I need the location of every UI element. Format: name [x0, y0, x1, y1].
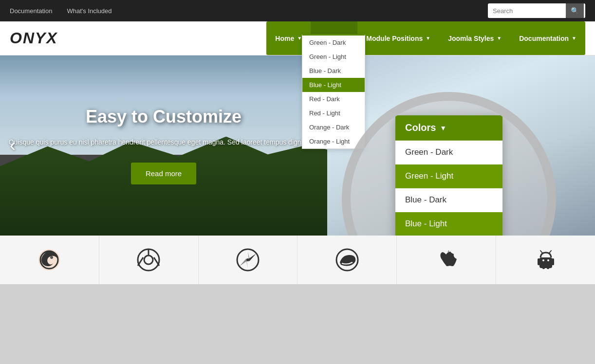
browser-bar [0, 236, 595, 284]
nav-item-module-positions[interactable]: Module Positions ▼ [357, 21, 439, 55]
browser-item-chrome[interactable] [99, 236, 199, 284]
svg-rect-13 [539, 257, 552, 268]
chrome-icon [136, 248, 161, 272]
browser-item-apple[interactable] [397, 236, 496, 284]
ld-item-blue-dark[interactable]: Blue - Dark [395, 188, 502, 212]
svg-rect-14 [538, 258, 540, 265]
svg-point-2 [50, 256, 53, 259]
hero-title: Easy to Customize [86, 107, 242, 127]
main-nav: ONYX Home ▼ Colors ▼ Module Positions ▼ … [0, 21, 595, 55]
dd-item-green-dark[interactable]: Green - Dark [302, 36, 365, 50]
search-button[interactable]: 🔍 [566, 3, 584, 18]
dd-item-green-light[interactable]: Green - Light [302, 50, 365, 64]
browser-item-edge[interactable] [298, 236, 397, 284]
hero-content: Easy to Customize Quisque quis purus eu … [0, 55, 327, 236]
hero-text: Quisque quis purus eu nisl pharetra hend… [9, 137, 319, 147]
svg-rect-17 [547, 265, 549, 269]
chevron-down-icon: ▼ [572, 36, 576, 41]
logo: ONYX [10, 29, 58, 47]
documentation-link[interactable]: Documentation [10, 7, 52, 15]
prev-arrow[interactable]: ‹ [10, 135, 16, 156]
chevron-down-icon: ▼ [440, 124, 446, 132]
small-dropdown: Green - Dark Green - Light Blue - Dark B… [302, 34, 365, 149]
dd-item-blue-light[interactable]: Blue - Light [302, 78, 365, 92]
chevron-down-icon: ▼ [497, 36, 502, 41]
top-bar: Documentation What's Included 🔍 [0, 0, 595, 21]
nav-item-documentation[interactable]: Documentation ▼ [510, 21, 585, 55]
edge-icon [335, 248, 359, 272]
svg-line-19 [549, 251, 551, 253]
large-dropdown: Colors ▼ Green - Dark Green - Light Blue… [395, 115, 502, 236]
chevron-down-icon: ▼ [297, 36, 302, 41]
svg-point-11 [246, 258, 249, 261]
android-icon [534, 248, 558, 272]
search-wrap: 🔍 [488, 3, 585, 18]
svg-line-18 [540, 251, 542, 253]
browser-item-android[interactable] [496, 236, 595, 284]
apple-icon [434, 248, 459, 272]
dd-item-red-light[interactable]: Red - Light [302, 106, 365, 120]
dd-item-orange-dark[interactable]: Orange - Dark [302, 120, 365, 134]
svg-point-4 [144, 255, 153, 264]
ld-item-green-light[interactable]: Green - Light [395, 164, 502, 188]
dd-item-blue-dark[interactable]: Blue - Dark [302, 64, 365, 78]
svg-point-20 [542, 259, 544, 261]
large-dropdown-header[interactable]: Colors ▼ [395, 115, 502, 141]
hero-slider: Easy to Customize Quisque quis purus eu … [0, 55, 595, 236]
safari-icon [236, 248, 260, 272]
svg-rect-16 [542, 265, 545, 269]
read-more-button[interactable]: Read more [131, 163, 196, 184]
firefox-icon [37, 248, 61, 272]
nav-item-joomla-styles[interactable]: Joomla Styles ▼ [439, 21, 510, 55]
dd-item-red-dark[interactable]: Red - Dark [302, 92, 365, 106]
magnify-inner: Colors ▼ Green - Dark Green - Light Blue… [351, 101, 547, 236]
ld-item-blue-light[interactable]: Blue - Light [395, 212, 502, 236]
browser-item-firefox[interactable] [0, 236, 99, 284]
svg-rect-15 [552, 258, 554, 265]
chevron-down-icon: ▼ [426, 36, 430, 41]
ld-item-green-dark[interactable]: Green - Dark [395, 141, 502, 164]
top-bar-links: Documentation What's Included [10, 7, 112, 15]
browser-item-safari[interactable] [199, 236, 298, 284]
whats-included-link[interactable]: What's Included [67, 7, 112, 15]
svg-point-21 [547, 259, 549, 261]
search-input[interactable] [488, 4, 566, 18]
